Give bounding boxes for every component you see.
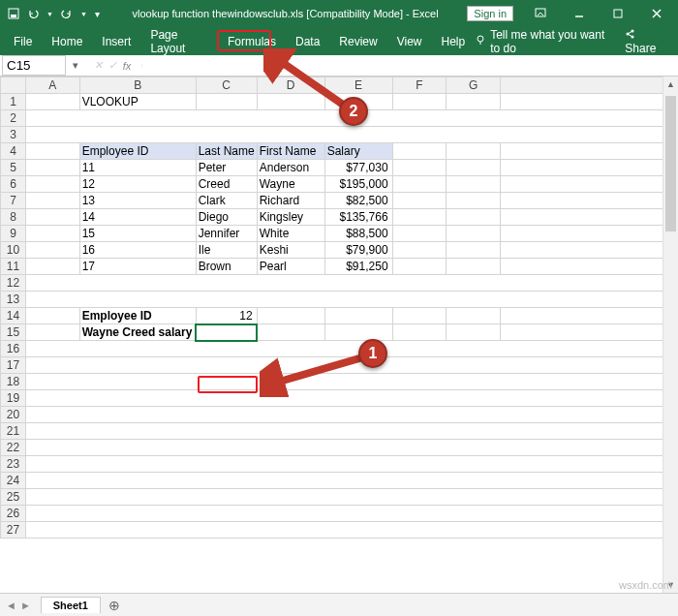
cell[interactable]: Jennifer (196, 226, 257, 242)
row-header[interactable]: 17 (1, 357, 26, 374)
cell[interactable] (447, 324, 501, 341)
cell[interactable] (447, 308, 501, 324)
undo-dropdown-icon[interactable]: ▼ (46, 11, 53, 17)
cell[interactable]: Diego (196, 209, 257, 226)
cell[interactable] (501, 176, 678, 193)
cell[interactable]: White (257, 226, 324, 242)
cell[interactable] (447, 94, 501, 110)
spreadsheet-grid[interactable]: A B C D E F G 1VLOOKUP 2 3 4Employee IDL… (0, 77, 678, 539)
cell[interactable] (392, 94, 447, 110)
cell[interactable] (324, 308, 392, 324)
cell[interactable] (392, 143, 447, 160)
cell[interactable] (447, 209, 501, 226)
row-header[interactable]: 2 (1, 110, 26, 127)
cell[interactable] (392, 176, 447, 193)
cell[interactable] (501, 193, 678, 209)
cell[interactable]: 16 (79, 242, 196, 259)
cell[interactable] (447, 193, 501, 209)
row-header[interactable]: 18 (1, 374, 26, 390)
cell[interactable] (447, 143, 501, 160)
row-header[interactable]: 12 (1, 275, 26, 292)
tab-insert[interactable]: Insert (92, 29, 140, 54)
cell[interactable]: Wayne Creed salary (79, 324, 196, 341)
cells-table[interactable]: A B C D E F G 1VLOOKUP 2 3 4Employee IDL… (0, 77, 678, 539)
cell[interactable]: $91,250 (324, 259, 392, 275)
cell[interactable] (392, 226, 447, 242)
col-header-C[interactable]: C (196, 77, 257, 94)
cell[interactable]: 17 (79, 259, 196, 275)
cell[interactable] (25, 473, 677, 489)
select-all-corner[interactable] (1, 77, 26, 94)
cell[interactable]: VLOOKUP (79, 94, 196, 110)
save-icon[interactable] (8, 8, 19, 19)
row-header[interactable]: 3 (1, 127, 26, 143)
tell-me-search[interactable]: Tell me what you want to do (475, 28, 615, 55)
scroll-up-icon[interactable]: ▲ (663, 77, 678, 92)
sheet-tab-active[interactable]: Sheet1 (41, 597, 101, 613)
row-header[interactable]: 6 (1, 176, 26, 193)
cell[interactable] (25, 407, 677, 423)
row-header[interactable]: 20 (1, 407, 26, 423)
row-header[interactable]: 16 (1, 341, 26, 357)
cell[interactable] (501, 308, 678, 324)
cell[interactable] (392, 242, 447, 259)
add-sheet-icon[interactable]: ⊕ (101, 598, 128, 613)
cell[interactable] (447, 160, 501, 176)
cancel-formula-icon[interactable]: ✕ (94, 59, 103, 72)
cell[interactable] (25, 209, 79, 226)
row-header[interactable]: 4 (1, 143, 26, 160)
cell[interactable] (392, 259, 447, 275)
close-icon[interactable] (639, 4, 674, 23)
row-header[interactable]: 22 (1, 440, 26, 456)
row-header[interactable]: 8 (1, 209, 26, 226)
cell-selected-c15[interactable] (196, 324, 257, 341)
cell[interactable] (25, 440, 677, 456)
cell[interactable]: $135,766 (324, 209, 392, 226)
row-header[interactable]: 14 (1, 308, 26, 324)
undo-icon[interactable] (27, 8, 39, 19)
cell[interactable]: 12 (79, 176, 196, 193)
row-header[interactable]: 15 (1, 324, 26, 341)
cell[interactable]: Last Name (196, 143, 257, 160)
cell[interactable] (25, 423, 677, 440)
cell[interactable]: First Name (257, 143, 324, 160)
cell[interactable] (25, 143, 79, 160)
qat-customize-icon[interactable]: ▾ (95, 9, 100, 19)
cell[interactable] (392, 308, 447, 324)
cell[interactable] (257, 308, 324, 324)
cell[interactable]: Creed (196, 176, 257, 193)
sign-in-button[interactable]: Sign in (467, 6, 513, 21)
cell[interactable] (25, 522, 677, 539)
cell[interactable]: $88,500 (324, 226, 392, 242)
col-header-F[interactable]: F (392, 77, 447, 94)
cell[interactable]: 11 (79, 160, 196, 176)
row-header[interactable]: 27 (1, 522, 26, 539)
name-box[interactable] (2, 55, 66, 76)
cell[interactable]: $82,500 (324, 193, 392, 209)
row-header[interactable]: 19 (1, 390, 26, 407)
cell[interactable]: $195,000 (324, 176, 392, 193)
cell[interactable]: Clark (196, 193, 257, 209)
cell[interactable] (447, 176, 501, 193)
cell[interactable] (196, 94, 257, 110)
row-header[interactable]: 13 (1, 292, 26, 308)
cell[interactable] (25, 259, 79, 275)
cell[interactable] (392, 324, 447, 341)
cell[interactable] (25, 242, 79, 259)
cell[interactable] (501, 94, 678, 110)
cell[interactable] (501, 226, 678, 242)
redo-dropdown-icon[interactable]: ▼ (80, 11, 87, 17)
cell[interactable]: 15 (79, 226, 196, 242)
row-header[interactable]: 25 (1, 489, 26, 506)
row-header[interactable]: 5 (1, 160, 26, 176)
cell[interactable]: 14 (79, 209, 196, 226)
cell[interactable]: Ile (196, 242, 257, 259)
cell[interactable] (25, 324, 79, 341)
cell[interactable] (25, 94, 79, 110)
cell[interactable]: Employee ID (79, 308, 196, 324)
row-header[interactable]: 24 (1, 473, 26, 489)
cell[interactable]: Richard (257, 193, 324, 209)
redo-icon[interactable] (61, 8, 73, 19)
cell[interactable] (25, 506, 677, 522)
ribbon-options-icon[interactable] (523, 4, 558, 23)
